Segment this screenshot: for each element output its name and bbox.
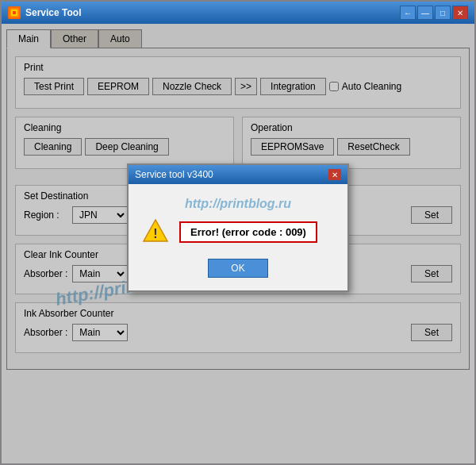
svg-rect-2 [13,11,16,14]
error-modal: Service tool v3400 ✕ http://printblog.ru… [127,163,349,292]
modal-watermark: http://printblog.ru [141,197,335,211]
title-buttons: ← — □ ✕ [400,6,468,20]
modal-footer: OK [141,259,335,278]
svg-text:!: ! [153,227,157,240]
back-button[interactable]: ← [400,6,416,20]
ok-button[interactable]: OK [208,259,267,278]
title-bar: Service Tool ← — □ ✕ [2,2,474,24]
modal-title-bar: Service tool v3400 ✕ [129,165,347,184]
main-window: Service Tool ← — □ ✕ Main Other Auto [0,0,476,465]
maximize-button[interactable]: □ [435,6,451,20]
error-message: Error! (error code : 009) [179,221,317,243]
warning-icon: ! [141,217,170,246]
modal-overlay: Service tool v3400 ✕ http://printblog.ru… [2,24,474,463]
title-bar-left: Service Tool [8,6,81,19]
modal-body: ! Error! (error code : 009) [141,217,335,246]
main-content: Main Other Auto Print Test Print EEPROM … [2,24,474,463]
modal-close-button[interactable]: ✕ [328,169,341,180]
minimize-button[interactable]: — [417,6,433,20]
app-icon [8,6,21,19]
close-button[interactable]: ✕ [452,6,468,20]
window-title: Service Tool [25,7,81,18]
modal-content: http://printblog.ru ! Error! (error code… [129,184,347,290]
modal-title: Service tool v3400 [135,169,213,180]
